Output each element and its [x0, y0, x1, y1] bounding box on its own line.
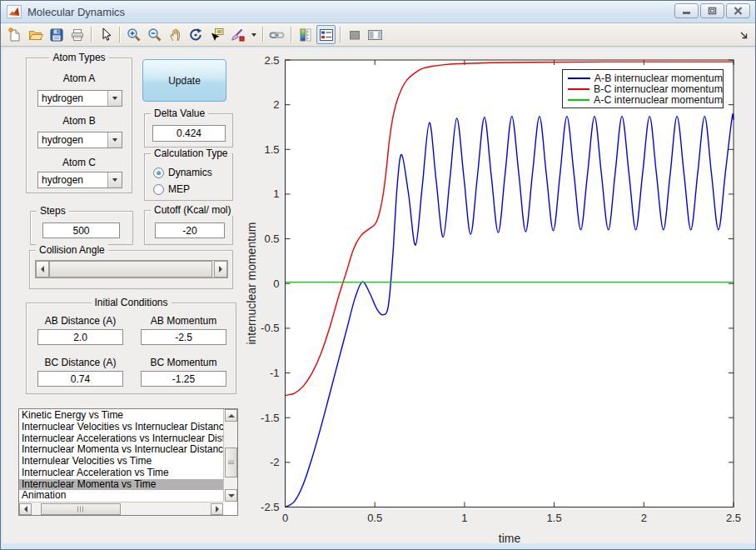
rotate-3d-button[interactable]	[187, 25, 206, 44]
molecular-dynamics-window: Molecular Dynamics	[0, 0, 756, 550]
minimize-icon	[682, 8, 691, 15]
zoom-out-button[interactable]	[145, 25, 164, 44]
legend-label: A-B internuclear momentum	[594, 72, 723, 84]
new-figure-button[interactable]	[5, 25, 24, 44]
print-icon	[70, 28, 85, 42]
brush-menu-caret-icon	[251, 33, 256, 37]
new-document-icon	[7, 28, 22, 42]
insert-colorbar-button[interactable]	[296, 25, 315, 44]
minimize-button[interactable]	[674, 3, 699, 18]
pan-hand-icon	[169, 28, 182, 42]
legend-label: A-C internuclear momentum	[594, 94, 723, 106]
toolbar-separator	[340, 27, 341, 42]
y-tick-label: 2.5	[241, 54, 280, 67]
x-axis-label: time	[476, 532, 543, 543]
insert-legend-button[interactable]	[316, 25, 336, 44]
x-tick-label: 1.5	[536, 512, 573, 524]
link-plot-icon	[269, 28, 285, 42]
legend-line-sample	[568, 99, 589, 101]
zoom-out-icon	[147, 28, 162, 42]
arrow-cursor-icon	[100, 28, 112, 42]
legend-entry: A-C internuclear momentum	[563, 95, 723, 106]
y-tick-label: -1	[241, 367, 280, 379]
toolbar-overflow-anchor[interactable]	[739, 28, 749, 43]
window-title: Molecular Dynamics	[27, 6, 125, 18]
y-tick-label: 0.5	[241, 232, 280, 245]
x-tick-label: 0.5	[356, 512, 393, 524]
figure-toolbar	[1, 23, 755, 47]
zoom-in-button[interactable]	[124, 25, 143, 44]
y-tick-label: -0.5	[241, 322, 280, 334]
legend-line-sample	[568, 88, 589, 90]
y-tick-label: 0	[241, 278, 280, 290]
hide-plot-tools-icon	[348, 28, 361, 42]
save-button[interactable]	[47, 25, 66, 44]
legend-entry: B-C internuclear momentum	[563, 83, 723, 94]
toolbar-separator	[262, 27, 263, 42]
print-button[interactable]	[67, 25, 87, 44]
edit-plot-button[interactable]	[96, 25, 115, 44]
link-plot-button[interactable]	[267, 25, 286, 44]
rotate-3d-icon	[189, 28, 203, 42]
brush-button[interactable]	[228, 25, 247, 44]
x-tick-label: 1	[446, 512, 483, 524]
close-icon	[734, 7, 743, 15]
y-tick-label: 1.5	[241, 143, 280, 156]
open-file-button[interactable]	[26, 25, 45, 44]
x-tick-label: 2.5	[715, 512, 752, 524]
toolbar-separator	[91, 27, 92, 42]
y-tick-label: -2.5	[241, 501, 280, 513]
data-cursor-icon	[210, 28, 224, 42]
legend-line-sample	[568, 78, 590, 79]
y-tick-label: 1	[241, 188, 280, 200]
legend-entry: A-B internuclear momentum	[563, 72, 723, 83]
open-folder-icon	[28, 28, 43, 42]
y-tick-label: -2	[241, 456, 280, 468]
close-button[interactable]	[726, 3, 750, 18]
save-icon	[50, 28, 63, 42]
brush-icon	[231, 28, 245, 42]
plot-axes	[2, 48, 755, 543]
toolbar-separator	[119, 27, 120, 42]
legend-label: B-C internuclear momentum	[594, 83, 723, 95]
insert-colorbar-icon	[299, 28, 312, 42]
toolbar-overflow-arrow-icon	[739, 31, 749, 40]
matlab-app-icon	[7, 5, 22, 18]
brush-menu-button[interactable]	[249, 25, 258, 44]
show-plot-tools-button[interactable]	[366, 25, 385, 44]
hide-plot-tools-button[interactable]	[345, 25, 364, 44]
legend: A-B internuclear momentumB-C internuclea…	[562, 69, 724, 108]
toolbar-separator	[291, 27, 291, 42]
y-tick-label: 2	[241, 98, 280, 111]
x-tick-label: 2	[625, 512, 662, 524]
show-plot-tools-icon	[367, 28, 383, 42]
y-tick-label: -1.5	[241, 412, 280, 424]
figure-canvas: Atom Types Atom A hydrogen Atom B hydrog…	[2, 48, 755, 543]
restore-icon	[708, 7, 717, 15]
data-cursor-button[interactable]	[207, 25, 226, 44]
titlebar: Molecular Dynamics	[1, 1, 755, 23]
pan-button[interactable]	[166, 25, 185, 44]
restore-button[interactable]	[700, 3, 724, 18]
zoom-in-icon	[127, 28, 141, 42]
insert-legend-icon	[320, 29, 333, 41]
